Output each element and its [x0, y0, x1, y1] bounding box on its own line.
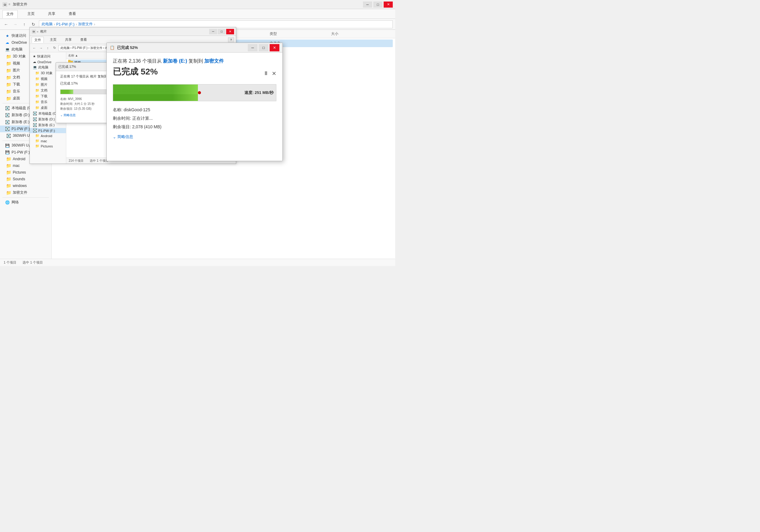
folder-3d-icon: 📁 — [6, 54, 11, 59]
exp2-refresh-btn[interactable]: ↻ — [52, 45, 57, 51]
title-icon-1: 🗂 — [2, 2, 7, 7]
sidebar-pictures-f-label: Pictures — [13, 170, 26, 174]
folder-video-icon: 📁 — [6, 61, 11, 66]
exp2-si-android[interactable]: 📁 Android — [30, 133, 66, 138]
exp2-si-drvc-icon: 💽 — [33, 112, 37, 116]
ribbon-tab-view[interactable]: 查看 — [65, 10, 80, 18]
dlg52-controls: ⏸ ✕ — [263, 70, 276, 77]
folder-android-icon: 📁 — [6, 157, 11, 162]
sidebar-item-network[interactable]: 🌐 网络 — [0, 199, 51, 206]
star-icon: ★ — [5, 33, 10, 38]
sidebar-onedrive-label: OneDrive — [12, 40, 27, 45]
path-drive[interactable]: P1-PW (F:) — [56, 22, 74, 26]
sidebar-network-label: 网络 — [12, 200, 19, 205]
dlg52-info: 名称: diskGood-125 剩余时间: 正在计算... 剩余项目: 2,0… — [113, 106, 276, 131]
sidebar-item-encrypted[interactable]: 📁 加密文件 — [0, 189, 51, 196]
network-icon: 🌐 — [5, 200, 10, 205]
exp2-si-p1pw-label: P1-PW (F:) — [38, 129, 55, 132]
dlg52-body: 正在将 2,136 个项目从 新加卷 (E:) 复制到 加密文件 已完成 52%… — [107, 53, 282, 161]
folder-sounds-icon: 📁 — [6, 177, 11, 181]
exp2-forward-btn[interactable]: → — [38, 45, 44, 51]
up-button[interactable]: ↑ — [21, 21, 28, 28]
dlg52-desc: 正在将 2,136 个项目从 新加卷 (E:) 复制到 加密文件 — [113, 58, 276, 65]
sidebar-p1pw-2-label: P1-PW (F:) — [12, 150, 30, 154]
ribbon-tab-share[interactable]: 共享 — [44, 10, 59, 18]
col-header-type[interactable]: 类型 — [270, 31, 331, 36]
sidebar-item-windows[interactable]: 📁 windows — [0, 182, 51, 189]
exp2-si-cloud-icon: ☁ — [33, 60, 36, 64]
folder-music-icon: 📁 — [6, 89, 11, 94]
exp2-si-drve-label: 新加卷 (E:) — [38, 123, 55, 127]
exp2-si-music-label: 音乐 — [41, 100, 47, 104]
exp2-tab-file[interactable]: 文件 — [32, 37, 44, 43]
dlg52-minimize-btn[interactable]: ─ — [248, 44, 258, 51]
dlg52-progress-stripe — [113, 84, 198, 94]
dlg52-title-text: 已完成 52% — [117, 45, 248, 50]
drive-360-icon: 💽 — [6, 133, 11, 138]
exp2-si-pictures[interactable]: 📁 Pictures — [30, 143, 66, 149]
exp2-title-text: 相片 — [40, 29, 209, 34]
exp2-si-doc-icon: 📁 — [35, 88, 39, 92]
exp2-path-text: 此电脑 › P1-PW (F:) › 加密文件 › 相片 › — [61, 46, 113, 50]
exp2-si-android-label: Android — [41, 134, 52, 138]
exp2-si-mac-label: mac — [41, 139, 47, 143]
sidebar-sounds-label: Sounds — [13, 177, 25, 181]
exp2-si-p1pw[interactable]: 💽 P1-PW (F:) — [30, 128, 66, 133]
exp2-minimize-btn[interactable]: ─ — [209, 29, 217, 34]
exp2-si-img-icon: 📁 — [35, 83, 39, 87]
exp2-tab-home[interactable]: 主页 — [47, 37, 59, 43]
back-button[interactable]: ← — [2, 21, 10, 28]
exp2-si-desk-icon: 📁 — [35, 106, 39, 110]
exp2-tab-share[interactable]: 共享 — [63, 37, 74, 43]
title-bar-controls: ─ □ ✕ — [363, 2, 393, 8]
dlg52-source-text: 新加卷 (E:) — [163, 58, 187, 64]
sidebar-encrypted-label: 加密文件 — [13, 190, 27, 195]
exp2-si-p1pw-icon: 💽 — [33, 128, 37, 132]
dlg52-maximize-btn[interactable]: □ — [259, 44, 268, 51]
dlg52-speed-text: 速度: 251 MB/秒 — [244, 90, 274, 95]
sidebar-item-pictures-f[interactable]: 📁 Pictures — [0, 169, 51, 176]
maximize-button[interactable]: □ — [373, 2, 382, 8]
exp2-up-btn[interactable]: ↑ — [45, 45, 50, 51]
drive-p1pw-icon: 💽 — [5, 126, 10, 131]
folder-pictures-icon: 📁 — [6, 68, 11, 73]
dlg52-time: 剩余时间: 正在计算... — [113, 114, 276, 122]
col-header-size[interactable]: 大小 — [331, 31, 393, 36]
title-separator: = — [9, 3, 10, 6]
exp2-icon-1: 🗂 — [32, 29, 36, 34]
exp2-back-btn[interactable]: ← — [32, 45, 37, 51]
sidebar-item-sounds[interactable]: 📁 Sounds — [0, 176, 51, 182]
dlg52-close-btn[interactable]: ✕ — [270, 44, 279, 51]
path-pc[interactable]: 此电脑 — [42, 22, 53, 27]
minimize-button[interactable]: ─ — [363, 2, 372, 8]
exp2-title-icons: 🗂 = — [32, 29, 38, 34]
dlg52-pause-btn[interactable]: ⏸ — [263, 70, 269, 77]
sidebar-desktop-label: 桌面 — [13, 96, 20, 101]
exp2-status-count: 214 个项目 — [69, 159, 84, 163]
forward-button[interactable]: → — [12, 21, 19, 28]
sidebar-3d-label: 3D 对象 — [13, 54, 26, 59]
drive-d-icon: 💽 — [5, 113, 10, 118]
dlg52-stop-btn[interactable]: ✕ — [272, 70, 276, 77]
sidebar-windows-label: windows — [13, 184, 27, 188]
ribbon-tab-home[interactable]: 主页 — [24, 10, 38, 18]
exp2-si-dl-icon: 📁 — [35, 94, 39, 98]
exp2-maximize-btn[interactable]: □ — [218, 29, 225, 34]
status-count: 1 个项目 — [4, 260, 17, 265]
refresh-button[interactable]: ↻ — [30, 21, 37, 28]
copy-dialog-52: 📋 已完成 52% ─ □ ✕ 正在将 2,136 个项目从 新加卷 (E:) … — [106, 43, 283, 161]
exp2-si-music-icon: 📁 — [35, 100, 39, 104]
drive-c-icon: 💽 — [5, 106, 10, 111]
exp2-si-mac[interactable]: 📁 mac — [30, 138, 66, 143]
drive-p1pw-2-icon: 💾 — [5, 150, 10, 155]
ribbon-tab-file[interactable]: 文件 — [2, 10, 18, 18]
exp2-si-quick[interactable]: ★ 快速访问 — [30, 54, 66, 59]
close-button[interactable]: ✕ — [384, 2, 393, 8]
path-folder[interactable]: 加密文件 — [78, 22, 93, 27]
dlg52-detail-btn[interactable]: ⌄ 简略信息 — [113, 134, 276, 139]
folder-dl-icon: 📁 — [6, 82, 11, 87]
exp2-close-btn[interactable]: ✕ — [226, 29, 234, 34]
exp2-help-btn[interactable]: ? — [228, 37, 234, 42]
exp2-tab-view[interactable]: 查看 — [78, 37, 89, 43]
exp2-si-quick-label: 快速访问 — [37, 54, 50, 59]
